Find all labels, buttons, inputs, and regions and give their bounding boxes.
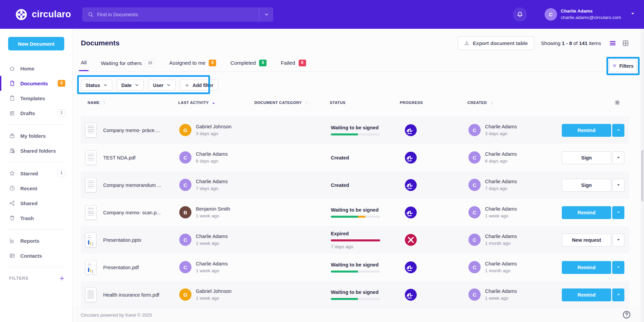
filter-chip-date[interactable]: Date bbox=[117, 80, 144, 91]
sidebar-item-templates[interactable]: Templates bbox=[0, 91, 72, 106]
column-header-created[interactable]: CREATED bbox=[467, 100, 545, 105]
trash-icon bbox=[9, 215, 15, 221]
new-document-button[interactable]: New Document bbox=[8, 37, 64, 50]
add-filter-button[interactable]: Add filter bbox=[180, 80, 218, 91]
chevron-down-icon bbox=[135, 83, 139, 87]
table-row[interactable]: Presentation.pdf C Charlie Adams 1 week … bbox=[81, 254, 629, 281]
filter-chip-user[interactable]: User bbox=[148, 80, 176, 91]
tab-count-badge: 0 bbox=[299, 60, 306, 66]
list-view-toggle[interactable] bbox=[609, 40, 616, 47]
status-cell: Waiting to be signed bbox=[331, 262, 401, 273]
sidebar-item-trash[interactable]: Trash bbox=[0, 211, 72, 226]
search-input[interactable] bbox=[97, 12, 259, 17]
grid-view-toggle[interactable] bbox=[622, 40, 629, 47]
table-row[interactable]: Company memorandum ... C Charlie Adams 7… bbox=[81, 171, 629, 199]
row-action-dropdown-button[interactable] bbox=[612, 151, 624, 164]
add-saved-filter-button[interactable] bbox=[59, 275, 65, 281]
filter-chip-status[interactable]: Status bbox=[81, 80, 112, 91]
sidebar-item-shared[interactable]: Shared bbox=[0, 196, 72, 211]
table-row[interactable]: TEST NDA.pdf C Charlie Adams 6 days ago … bbox=[81, 144, 629, 171]
row-action-dropdown-button[interactable] bbox=[612, 288, 624, 301]
tab-all[interactable]: All bbox=[81, 60, 87, 70]
sidebar-item-shared-folders[interactable]: Shared folders bbox=[0, 143, 72, 158]
scrollbar-track[interactable] bbox=[641, 29, 644, 322]
column-header-document-category[interactable]: DOCUMENT CATEGORY bbox=[254, 100, 330, 105]
row-action-button[interactable]: New request bbox=[562, 234, 611, 246]
my-folders-icon bbox=[9, 133, 15, 139]
showing-total: 141 bbox=[579, 40, 588, 46]
status-subtext: 7 days ago bbox=[331, 244, 391, 249]
status-label: Created bbox=[331, 155, 391, 160]
avatar: C bbox=[179, 261, 191, 273]
column-header-last-activity[interactable]: LAST ACTIVITY bbox=[178, 100, 254, 105]
sidebar-divider bbox=[7, 267, 65, 267]
search-scope-dropdown[interactable] bbox=[259, 7, 273, 22]
table-row[interactable]: Company memo- práce.... G Gabriel Johnso… bbox=[81, 116, 629, 144]
row-action-dropdown-button[interactable] bbox=[612, 234, 624, 246]
bell-icon bbox=[516, 11, 523, 18]
row-action-dropdown-button[interactable] bbox=[612, 179, 624, 192]
chevron-down-icon bbox=[616, 155, 621, 160]
star-icon bbox=[9, 170, 15, 176]
filters-button[interactable]: Filters bbox=[609, 60, 637, 72]
sidebar-item-contacts[interactable]: Contacts bbox=[0, 248, 72, 263]
status-progress-bar bbox=[331, 298, 380, 300]
chevron-down-icon bbox=[630, 11, 635, 18]
row-action-button[interactable]: Sign bbox=[562, 151, 611, 164]
row-action-button[interactable]: Remind bbox=[562, 288, 611, 301]
document-name: Health insurance form.pdf bbox=[103, 292, 159, 298]
row-action-button[interactable]: Remind bbox=[562, 261, 611, 274]
status-label: Created bbox=[331, 183, 391, 188]
brand[interactable]: circularo bbox=[15, 8, 74, 21]
progress-cell bbox=[401, 289, 468, 301]
table-row[interactable]: Health insurance form.pdf G Gabriel John… bbox=[81, 281, 629, 308]
chevron-down-icon bbox=[264, 12, 269, 17]
row-action-button[interactable]: Sign bbox=[562, 179, 611, 192]
sidebar-item-starred[interactable]: Starred 1 bbox=[0, 166, 72, 181]
scrollbar-thumb[interactable] bbox=[641, 150, 643, 201]
progress-cell bbox=[401, 179, 468, 191]
progress-cell bbox=[401, 124, 468, 136]
row-action-dropdown-button[interactable] bbox=[612, 261, 624, 274]
global-search bbox=[82, 7, 273, 22]
row-action-button[interactable]: Remind bbox=[562, 124, 611, 137]
sidebar-item-recent[interactable]: Recent bbox=[0, 181, 72, 196]
table-header: NAME LAST ACTIVITY DOCUMENT CATEGORY STA… bbox=[81, 98, 629, 108]
table-row[interactable]: Presentation.pptx C Charlie Adams 1 week… bbox=[81, 226, 629, 254]
progress-cell bbox=[401, 261, 468, 273]
status-cell: Waiting to be signed bbox=[331, 289, 401, 300]
created-cell: C Charlie Adams 6 days ago bbox=[468, 151, 546, 165]
sidebar-item-documents[interactable]: Documents 0 bbox=[0, 76, 72, 91]
user-menu[interactable]: C Charlie Adams charlie.adams@circularo.… bbox=[545, 8, 635, 21]
sidebar-item-reports[interactable]: Reports bbox=[0, 233, 72, 248]
tab-failed[interactable]: Failed 0 bbox=[281, 60, 306, 71]
avatar: C bbox=[179, 234, 191, 246]
document-thumbnail-icon bbox=[85, 233, 96, 247]
help-button[interactable] bbox=[622, 310, 631, 319]
document-tabs: All Waiting for others 26 Assigned to me… bbox=[81, 60, 629, 72]
tab-completed[interactable]: Completed 0 bbox=[230, 60, 267, 71]
row-action-dropdown-button[interactable] bbox=[612, 124, 624, 137]
document-thumbnail-icon bbox=[85, 178, 96, 192]
table-row[interactable]: Company memo- scan.p... B Benjamin Smith… bbox=[81, 199, 629, 226]
column-header-name[interactable]: NAME bbox=[84, 100, 178, 105]
document-thumbnail-icon bbox=[85, 287, 96, 302]
sidebar-item-home[interactable]: Home bbox=[0, 61, 72, 76]
tab-waiting-for-others[interactable]: Waiting for others 26 bbox=[101, 60, 155, 72]
document-name: Presentation.pdf bbox=[103, 265, 139, 270]
table-settings-gear-button[interactable] bbox=[614, 100, 620, 106]
row-action-button[interactable]: Remind bbox=[562, 206, 611, 219]
sort-arrows-icon bbox=[489, 100, 495, 105]
export-document-table-button[interactable]: Export document table bbox=[458, 36, 534, 50]
tab-assigned-to-me[interactable]: Assigned to me 0 bbox=[169, 60, 216, 71]
sidebar-divider bbox=[7, 162, 65, 162]
table-body: Company memo- práce.... G Gabriel Johnso… bbox=[81, 116, 629, 308]
notifications-button[interactable] bbox=[513, 7, 527, 22]
sidebar-item-my-folders[interactable]: My folders bbox=[0, 128, 72, 143]
status-cell: Waiting to be signed bbox=[331, 125, 401, 135]
progress-cell bbox=[401, 207, 468, 218]
row-action-dropdown-button[interactable] bbox=[612, 206, 624, 219]
sidebar-item-drafts[interactable]: Drafts 1 bbox=[0, 106, 72, 121]
document-name: Company memo- práce.... bbox=[103, 128, 160, 133]
footer-text: Circularo powered by Karel © 2025 bbox=[81, 313, 152, 318]
